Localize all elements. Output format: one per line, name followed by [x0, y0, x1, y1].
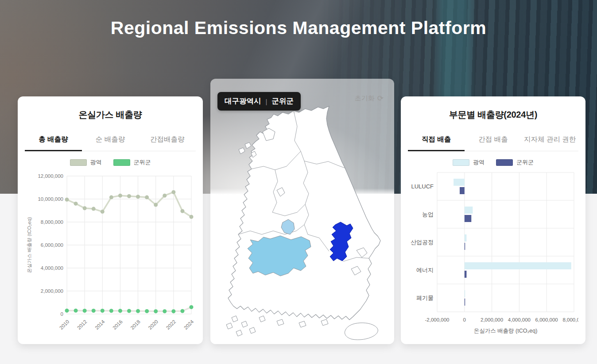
- legend-item-광역[interactable]: 광역: [453, 158, 485, 166]
- reset-label: 초기화: [355, 94, 375, 103]
- korea-map: [210, 79, 394, 344]
- svg-text:-2,000,000: -2,000,000: [425, 317, 450, 322]
- svg-text:2,000,000: 2,000,000: [481, 317, 503, 322]
- tab-간접 배출[interactable]: 간접 배출: [465, 130, 521, 151]
- badge-district: 군위군: [271, 96, 294, 106]
- legend-item-군위군[interactable]: 군위군: [496, 158, 534, 166]
- svg-text:2014: 2014: [94, 319, 106, 331]
- svg-text:2012: 2012: [76, 319, 88, 331]
- svg-text:LULUCF: LULUCF: [411, 183, 434, 190]
- tab-간접배출량[interactable]: 간접배출량: [139, 130, 196, 151]
- emissions-trend-legend: 광역군위군: [18, 158, 203, 166]
- svg-text:0: 0: [61, 311, 63, 317]
- emissions-trend-card: 온실가스 배출량 총 배출량순 배출량간접배출량 광역군위군 02,000,00…: [18, 96, 203, 344]
- svg-text:2010: 2010: [58, 319, 70, 331]
- region-map-card: 대구광역시 | 군위군 초기화 ⟳: [210, 79, 394, 344]
- legend-item-군위군[interactable]: 군위군: [113, 158, 151, 166]
- tab-순 배출량[interactable]: 순 배출량: [82, 130, 139, 151]
- svg-text:2016: 2016: [112, 319, 124, 331]
- reset-refresh-icon: ⟳: [377, 95, 384, 102]
- tab-직접 배출[interactable]: 직접 배출: [408, 130, 465, 151]
- svg-text:6,000,000: 6,000,000: [535, 317, 558, 322]
- svg-text:온실가스 배출량 (tCO₂eq): 온실가스 배출량 (tCO₂eq): [474, 328, 538, 334]
- map-mainland[interactable]: [228, 106, 380, 320]
- map-region-daegu-highlight[interactable]: [248, 236, 311, 276]
- svg-text:4,000,000: 4,000,000: [508, 317, 531, 322]
- sector-emissions-title: 부문별 배출량(2024년): [408, 109, 578, 121]
- svg-text:2022: 2022: [165, 319, 177, 331]
- sector-emissions-card: 부문별 배출량(2024년) 직접 배출간접 배출지자체 관리 권한 광역군위군…: [401, 96, 585, 344]
- emissions-trend-line-chart: 02,000,0004,000,0006,000,0008,000,00010,…: [25, 168, 196, 338]
- svg-text:0: 0: [463, 317, 466, 322]
- legend-swatch: [113, 159, 130, 166]
- svg-text:2020: 2020: [147, 319, 159, 331]
- svg-text:8,000,000: 8,000,000: [562, 317, 578, 322]
- badge-separator: |: [266, 98, 267, 105]
- svg-text:폐기물: 폐기물: [416, 295, 434, 301]
- svg-text:농업: 농업: [422, 211, 434, 218]
- tab-지자체 관리 권한[interactable]: 지자체 관리 권한: [522, 130, 578, 151]
- selected-region-badge: 대구광역시 | 군위군: [217, 92, 301, 111]
- svg-text:2,000,000: 2,000,000: [41, 288, 63, 294]
- tab-총 배출량[interactable]: 총 배출량: [25, 130, 82, 151]
- page-title: Regional Emissions Management Platform: [0, 18, 597, 38]
- svg-text:8,000,000: 8,000,000: [41, 219, 63, 225]
- sector-emissions-tabs: 직접 배출간접 배출지자체 관리 권한: [408, 130, 578, 151]
- sector-emissions-bar-chart: -2,000,00002,000,0004,000,0006,000,0008,…: [408, 168, 578, 339]
- legend-label: 군위군: [516, 158, 534, 166]
- svg-text:에너지: 에너지: [416, 267, 434, 273]
- svg-text:4,000,000: 4,000,000: [41, 265, 63, 271]
- svg-text:12,000,000: 12,000,000: [38, 173, 63, 179]
- legend-swatch: [496, 159, 513, 166]
- svg-text:온실가스 배출량 (tCO₂eq): 온실가스 배출량 (tCO₂eq): [27, 217, 32, 273]
- svg-text:2024: 2024: [183, 319, 195, 331]
- legend-label: 군위군: [134, 158, 151, 166]
- legend-swatch: [453, 159, 469, 166]
- emissions-trend-title: 온실가스 배출량: [25, 109, 196, 121]
- reset-button[interactable]: 초기화 ⟳: [352, 94, 386, 103]
- legend-label: 광역: [90, 158, 102, 166]
- svg-text:2018: 2018: [129, 319, 141, 331]
- map-jeju-island[interactable]: [345, 323, 378, 340]
- svg-text:산업공정: 산업공정: [411, 239, 434, 245]
- legend-item-광역[interactable]: 광역: [70, 158, 102, 166]
- legend-label: 광역: [473, 158, 485, 166]
- svg-text:6,000,000: 6,000,000: [41, 242, 63, 248]
- legend-swatch: [70, 159, 87, 166]
- emissions-trend-tabs: 총 배출량순 배출량간접배출량: [25, 130, 196, 151]
- svg-text:10,000,000: 10,000,000: [38, 196, 63, 202]
- sector-emissions-legend: 광역군위군: [401, 158, 585, 166]
- badge-province: 대구광역시: [225, 96, 261, 106]
